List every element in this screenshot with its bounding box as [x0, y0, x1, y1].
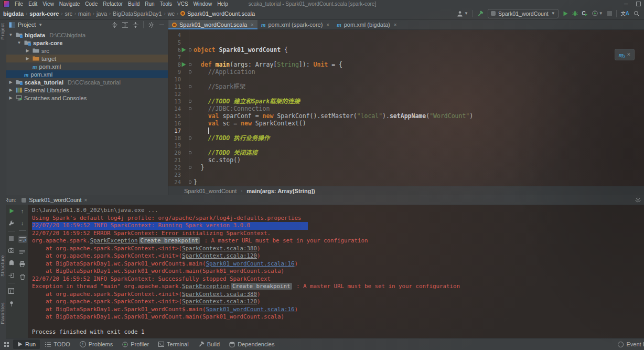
run-line-marker[interactable] [181, 47, 186, 52]
code-line-19[interactable]: 19 [168, 142, 644, 149]
menu-view[interactable]: View [40, 1, 57, 7]
menu-edit[interactable]: Edit [26, 1, 40, 7]
expand-all-button-icon[interactable] [122, 22, 128, 28]
chevron-right-icon[interactable]: ▶ [25, 48, 30, 53]
fold-marker[interactable] [186, 107, 194, 110]
code-line-7[interactable]: 7 [168, 54, 644, 61]
tree-item-spark-core[interactable]: ▼spark-core [6, 39, 168, 47]
code-line-6[interactable]: 6object Spark01_wordCount { [168, 46, 644, 54]
run-console-output[interactable]: D:\Java\jdk1.8.0_202\bin\java.exe ...Usi… [28, 205, 644, 338]
menu-navigate[interactable]: Navigate [57, 1, 82, 7]
tree-item-src[interactable]: ▶src [6, 47, 168, 55]
print-icon[interactable] [19, 261, 25, 267]
statusbar-tool-problems[interactable]: !Problems [76, 340, 117, 349]
breadcrumb-item-java[interactable]: java [96, 10, 107, 17]
build-hammer-icon[interactable] [477, 10, 484, 17]
fold-marker[interactable] [186, 151, 194, 154]
statusbar-tool-build[interactable]: Build [194, 340, 224, 349]
collapse-all-button-icon[interactable] [133, 22, 138, 28]
run-console-tab[interactable]: Spark01_wordCount × [22, 197, 87, 203]
code-line-13[interactable]: 13 //TODO 建立和Spark框架的连接 [168, 98, 644, 105]
tree-item-target[interactable]: ▶target [6, 55, 168, 62]
stacktrace-link[interactable]: SparkContext.scala:120 [182, 252, 257, 259]
fold-marker[interactable] [186, 166, 194, 169]
user-menu-icon[interactable]: ▼ [457, 10, 468, 17]
statusbar-tool-profiler[interactable]: Profiler [118, 340, 153, 349]
stacktrace-link[interactable]: SparkContext.scala:380 [182, 291, 257, 298]
code-line-21[interactable]: 21 sc.stop() [168, 156, 644, 164]
code-editor[interactable]: m × 456object Spark01_wordCount {78 def … [168, 30, 644, 186]
chevron-down-icon[interactable]: ▼ [8, 33, 14, 37]
up-icon[interactable]: ↑ [21, 208, 24, 214]
code-line-8[interactable]: 8 def main(args: Array[String]): Unit = … [168, 61, 644, 68]
chevron-down-icon[interactable]: ▼ [38, 23, 42, 27]
code-line-4[interactable]: 4 [168, 31, 644, 39]
settings-button-icon[interactable] [148, 22, 154, 28]
toolwindow-button-structure[interactable]: Structure [0, 255, 6, 277]
breadcrumb-item-wc[interactable]: wc [168, 10, 175, 17]
menu-refactor[interactable]: Refactor [100, 1, 125, 7]
ghost-icon[interactable] [9, 260, 14, 266]
tree-item-external-libraries[interactable]: ▶External Libraries [6, 86, 168, 94]
trash-icon[interactable] [20, 274, 25, 280]
fold-marker[interactable] [186, 63, 194, 66]
fold-marker[interactable] [186, 48, 194, 51]
menu-help[interactable]: Help [214, 1, 231, 7]
tree-item-pom-xml[interactable]: mpom.xml [6, 62, 168, 70]
down-icon[interactable]: ↓ [21, 220, 24, 226]
toolwindow-button-favorites[interactable]: Favorites [0, 302, 6, 324]
rerun-icon[interactable] [9, 208, 14, 214]
project-panel-title[interactable]: Project [18, 22, 36, 28]
fold-marker[interactable] [186, 136, 194, 140]
menu-code[interactable]: Code [82, 1, 100, 7]
stacktrace-link[interactable]: SparkException [90, 237, 138, 244]
maven-reload-icon[interactable]: m [619, 52, 624, 57]
stacktrace-link[interactable]: SparkException [182, 283, 230, 290]
tree-item-pom-xml[interactable]: mpom.xml [6, 70, 168, 78]
breadcrumb-item-main[interactable]: main [78, 10, 91, 17]
tree-item-bigdata[interactable]: ▼bigdataD:\CC\bigdata [6, 31, 168, 39]
code-line-5[interactable]: 5 [168, 39, 644, 46]
search-everywhere-icon[interactable] [634, 10, 640, 17]
menu-file[interactable]: File [12, 1, 26, 7]
menu-tools[interactable]: Tools [157, 1, 175, 7]
code-line-15[interactable]: 15 val sparConf = new SparkConf().setMas… [168, 112, 644, 120]
statusbar-tool-todo[interactable]: TODO [41, 340, 74, 349]
create-breakpoint-action[interactable]: Create breakpoint [231, 283, 292, 290]
statusbar-tool-terminal[interactable]: Terminal [154, 340, 193, 349]
restore-button[interactable] [636, 2, 641, 6]
stacktrace-link[interactable]: Spark01_wordCount.scala:16 [206, 306, 295, 313]
breadcrumb-item-spark-core[interactable]: spark-core [29, 10, 59, 17]
chevron-right-icon[interactable]: ▶ [8, 80, 14, 84]
event-log-widget[interactable]: Event Log [618, 341, 644, 347]
code-line-11[interactable]: 11 //Spark框架 [168, 83, 644, 90]
settings-gear-icon[interactable] [635, 197, 641, 203]
close-icon[interactable]: × [326, 22, 329, 28]
minimize-button[interactable]: ─ [624, 1, 628, 7]
breadcrumb-class[interactable]: Spark01_wordCount [184, 188, 237, 194]
scroll-list-icon[interactable] [19, 250, 25, 254]
statusbar-tool-dependencies[interactable]: Dependencies [225, 340, 278, 349]
code-line-24[interactable]: 24} [168, 178, 644, 186]
editor-tab-pom-xml-spark-core-[interactable]: mpom.xml (spark-core)× [257, 20, 333, 29]
exit-icon[interactable] [8, 272, 14, 278]
fold-marker[interactable] [186, 70, 194, 73]
code-line-18[interactable]: 18 //TODO 执行业务操作 [168, 134, 644, 142]
breadcrumb-item-bigdatasparkday1[interactable]: BigDataSparkDay1 [113, 10, 162, 17]
breadcrumb-method[interactable]: main(args: Array[String]) [246, 188, 315, 194]
stacktrace-link[interactable]: Spark01_wordCount.scala:16 [206, 260, 295, 267]
locate-button-icon[interactable] [112, 22, 117, 28]
run-button-icon[interactable] [563, 11, 568, 16]
debug-button-icon[interactable] [572, 10, 578, 16]
code-line-23[interactable]: 23 [168, 171, 644, 178]
code-line-12[interactable]: 12 [168, 90, 644, 98]
close-icon[interactable]: × [84, 197, 88, 203]
breadcrumb-item-bigdata[interactable]: bigdata [3, 10, 24, 17]
menu-vcs[interactable]: VCS [175, 1, 191, 7]
code-line-17[interactable]: 17 [168, 127, 644, 134]
code-line-14[interactable]: 14 //JDBC:Connection [168, 105, 644, 112]
chevron-right-icon[interactable]: ▶ [25, 56, 30, 61]
chevron-right-icon[interactable]: ▶ [8, 96, 14, 100]
close-icon[interactable]: × [627, 51, 630, 58]
fold-marker[interactable] [186, 85, 194, 88]
